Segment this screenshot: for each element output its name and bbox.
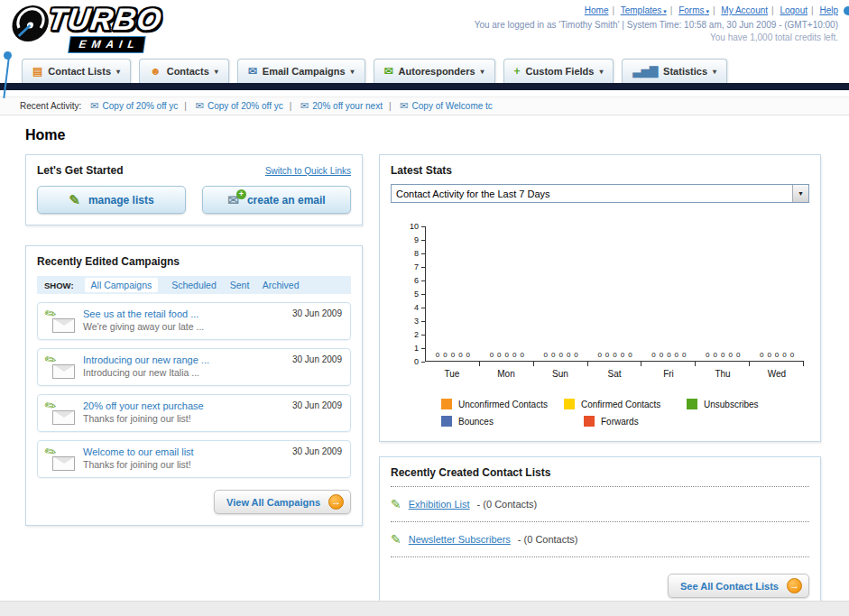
bar-value-label: 0	[436, 352, 439, 359]
recent-activity-link[interactable]: Copy of 20% off yc	[103, 101, 179, 111]
page-title: Home	[25, 127, 824, 143]
recent-contact-lists-title: Recently Created Contact Lists	[391, 466, 550, 479]
switch-quick-links-link[interactable]: Switch to Quick Links	[265, 166, 351, 176]
filter-all-campaigns[interactable]: All Campaigns	[85, 278, 159, 292]
bar-value-label: 0	[458, 352, 462, 359]
pencil-icon: ✎	[391, 532, 401, 547]
arrow-right-icon: →	[328, 494, 344, 510]
bar-value-label: 0	[505, 352, 509, 359]
contact-list-items: ✎ Exhibition List - (0 Contacts) ✎ Newsl…	[391, 494, 809, 557]
recent-activity-link[interactable]: Copy of Welcome tc	[412, 101, 493, 111]
tab-custom-fields[interactable]: + Custom Fields ▾	[503, 59, 614, 83]
chart-group-tue: 00000	[426, 352, 480, 361]
create-email-button[interactable]: ✉+ create an email	[202, 186, 351, 214]
bar-value-label: 0	[667, 352, 670, 359]
dotted-divider	[391, 486, 809, 487]
campaign-title-link[interactable]: Welcome to our email list	[83, 446, 284, 457]
latest-stats-panel: Latest Stats Contact Activity for the La…	[379, 154, 821, 442]
x-axis-label: Thu	[696, 369, 750, 379]
chevron-down-icon: ▾	[713, 68, 716, 76]
campaign-list-item[interactable]: ✎ Welcome to our email list Thanks for j…	[37, 440, 351, 478]
stats-period-select[interactable]: Contact Activity for the Last 7 Days ▼	[391, 184, 809, 203]
top-nav-templates[interactable]: Templates ▾	[621, 5, 667, 15]
tab-contacts[interactable]: ☻ Contacts ▾	[139, 59, 229, 83]
nav-divider-bar	[0, 83, 849, 90]
recent-campaigns-panel: Recently Edited Campaigns SHOW: All Camp…	[25, 245, 363, 526]
campaign-list-item[interactable]: ✎ Introducing our new range ... Introduc…	[37, 348, 351, 386]
page: TURBO EMAIL Home| Templates ▾| Forms ▾| …	[0, 0, 849, 616]
campaign-list-item[interactable]: ✎ 20% off your next purchase Thanks for …	[37, 394, 351, 432]
recent-activity-label: Recent Activity:	[20, 101, 81, 111]
x-axis-label: Sat	[587, 369, 641, 379]
legend-swatch	[584, 416, 595, 427]
campaign-list-item[interactable]: ✎ See us at the retail food ... We're gi…	[37, 302, 351, 340]
bar-value-label: 0	[466, 352, 470, 359]
top-nav-home[interactable]: Home	[585, 5, 609, 15]
filter-sent[interactable]: Sent	[230, 280, 250, 290]
contacts-icon: ☻	[150, 66, 161, 77]
tab-contact-lists[interactable]: ▤ Contact Lists ▾	[22, 59, 131, 83]
campaign-list: ✎ See us at the retail food ... We're gi…	[37, 302, 351, 478]
bar-value-label: 0	[567, 352, 570, 359]
see-all-contact-lists-button[interactable]: See All Contact Lists →	[668, 574, 809, 598]
legend-swatch	[441, 399, 452, 409]
bar-value-label: 0	[651, 352, 655, 359]
top-nav-forms[interactable]: Forms ▾	[678, 5, 709, 15]
main-content: Home Let's Get Started Switch to Quick L…	[0, 127, 849, 610]
legend-bounces: Bounces	[441, 416, 584, 427]
tab-autoresponders[interactable]: ✉ Autoresponders ▾	[374, 59, 495, 83]
bar-value-label: 0	[775, 352, 779, 359]
campaign-subtitle: Thanks for joining our list!	[83, 413, 284, 424]
email-icon: ✉	[90, 100, 98, 112]
bar-value-label: 0	[714, 352, 717, 359]
contact-list-item[interactable]: ✎ Newsletter Subscribers - (0 Contacts)	[391, 529, 809, 549]
latest-stats-title: Latest Stats	[391, 164, 452, 177]
chart-group-fri: 00000	[641, 352, 696, 361]
recent-activity-link[interactable]: Copy of 20% off yc	[208, 101, 283, 111]
header: TURBO EMAIL Home| Templates ▾| Forms ▾| …	[0, 0, 849, 58]
recent-activity-items: ✉ Copy of 20% off yc | ✉ Copy of 20% off…	[90, 100, 499, 112]
contact-list-link[interactable]: Newsletter Subscribers	[409, 534, 511, 545]
filter-scheduled[interactable]: Scheduled	[171, 280, 217, 290]
x-axis-label: Fri	[641, 369, 696, 379]
tab-statistics[interactable]: ▃▅▇ Statistics ▾	[622, 59, 727, 83]
top-nav-help[interactable]: Help	[819, 5, 838, 15]
top-nav-my-account[interactable]: My Account	[721, 5, 768, 15]
recent-activity-link[interactable]: 20% off your next	[312, 101, 383, 111]
statistics-icon: ▃▅▇	[632, 66, 658, 77]
tab-email-campaigns[interactable]: ✉ Email Campaigns ▾	[237, 59, 365, 83]
contact-list-item[interactable]: ✎ Exhibition List - (0 Contacts)	[391, 494, 809, 514]
bar-value-label: 0	[706, 352, 709, 359]
contact-activity-chart: 109876543210 000000000000000000000000000…	[403, 226, 804, 379]
campaign-date: 30 Jun 2009	[292, 446, 342, 472]
bar-value-label: 0	[790, 352, 794, 359]
contact-list-link[interactable]: Exhibition List	[409, 499, 470, 510]
chevron-down-icon: ▾	[704, 8, 708, 14]
chart-x-axis: TueMonSunSatFriThuWed	[425, 369, 804, 379]
logo: TURBO EMAIL	[5, 4, 163, 52]
pencil-icon: ✎	[69, 192, 80, 208]
manage-lists-button[interactable]: ✎ manage lists	[37, 186, 186, 214]
campaign-title-link[interactable]: 20% off your next purchase	[83, 400, 284, 411]
top-nav-logout[interactable]: Logout	[780, 5, 807, 15]
bar-value-label: 0	[682, 352, 686, 359]
email-icon: ✉	[300, 100, 309, 112]
contact-lists-icon: ▤	[32, 66, 42, 77]
logo-subtitle: EMAIL	[69, 37, 145, 52]
legend-forwards: Forwards	[584, 416, 726, 427]
edit-campaign-icon: ✎	[46, 308, 75, 334]
chevron-down-icon: ▼	[792, 185, 808, 202]
chart-group-sat: 00000	[588, 352, 642, 361]
bar-value-label: 0	[736, 352, 740, 359]
legend-swatch	[564, 399, 575, 409]
campaign-title-link[interactable]: See us at the retail food ...	[83, 308, 284, 319]
legend-unsubscribes: Unsubscribes	[687, 399, 809, 409]
envelope-plus-icon: ✉+	[227, 193, 239, 207]
campaign-title-link[interactable]: Introducing our new range ...	[83, 354, 284, 365]
bar-value-label: 0	[558, 352, 562, 359]
edit-campaign-icon: ✎	[46, 400, 75, 426]
bar-value-label: 0	[767, 352, 771, 359]
view-all-campaigns-button[interactable]: View All Campaigns →	[214, 490, 351, 514]
filter-archived[interactable]: Archived	[263, 280, 300, 290]
x-axis-label: Wed	[750, 369, 804, 379]
